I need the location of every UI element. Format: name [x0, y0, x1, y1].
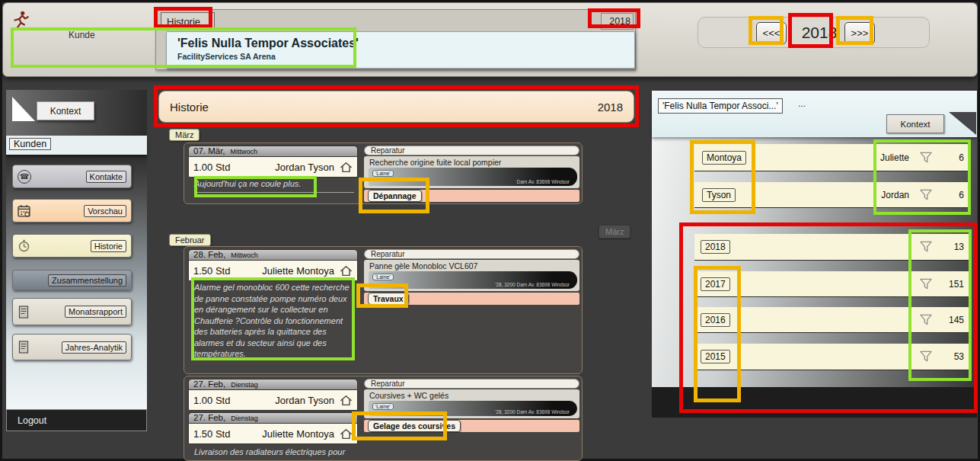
current-year: 2018: [796, 21, 843, 44]
person-label: Juliette Montoya: [262, 428, 334, 440]
person-label: Juliette Montoya: [262, 265, 334, 277]
count-badge: 145: [935, 315, 964, 325]
action-button[interactable]: Gelage des coursives: [368, 420, 461, 432]
corner-triangle-icon[interactable]: [12, 97, 35, 121]
count-badge: 6: [935, 152, 964, 163]
entry-address: '28, 3200 Dam Av. 83698 Windsor: [495, 409, 570, 415]
entry-description: Panne gèle Monobloc VCL607: [364, 260, 579, 271]
action-row: Dépannage: [364, 190, 579, 202]
entry-date-header: 27. Feb, Dienstag: [188, 412, 358, 423]
home-icon: [340, 265, 353, 277]
panel-kontext-button[interactable]: Kontext: [886, 114, 944, 133]
person-label: Jordan Tyson: [275, 395, 334, 406]
report-icon: [18, 340, 30, 354]
calendar-icon: [18, 204, 31, 217]
entry-description: Coursives + WC gelés: [364, 389, 579, 400]
lastname-label[interactable]: Tyson: [702, 188, 736, 202]
filter-row-2018[interactable]: 2018 13: [694, 234, 969, 261]
category-pill: Reparatur: [364, 146, 579, 155]
sidebar-item-monatsrapport[interactable]: Monatsrapport: [12, 298, 132, 325]
history-entry: 07. Mär, Mittwoch 1.00 Std Jordan Tyson …: [184, 142, 583, 204]
action-button[interactable]: Travaux: [368, 293, 409, 305]
entry-date: 27. Feb,: [193, 379, 225, 389]
history-entry: 27. Feb, Dienstag 1.00 Std Jordan Tyson …: [184, 376, 583, 461]
phone-icon: ☎: [18, 170, 31, 184]
sidebar-header: Kontext: [6, 90, 147, 136]
sidebar-item-label: Vorschau: [84, 205, 126, 217]
year-label[interactable]: 2016: [701, 313, 730, 327]
app-window: Kunde Historie 2018 'Felis Nulla Tempor …: [0, 0, 980, 461]
corner-fold-icon[interactable]: [949, 112, 976, 135]
tab-historie[interactable]: Historie: [161, 12, 215, 30]
sidebar-item-vorschau[interactable]: Vorschau: [12, 199, 132, 222]
entry-description-box: Coursives + WC gelés 'Laine' '28, 3200 D…: [364, 389, 579, 418]
top-year-label: 2018: [601, 13, 634, 30]
kunden-section-label: Kunden: [9, 138, 51, 150]
entry-description-box: Recherche origine fuite local pompier 'L…: [364, 156, 579, 188]
prev-year-button[interactable]: <<<: [756, 22, 787, 44]
year-label[interactable]: 2017: [701, 277, 730, 291]
disabled-month-button[interactable]: März: [599, 225, 630, 239]
selected-customer[interactable]: 'Felis Nulla Tempor Associates' Facility…: [166, 31, 635, 69]
filter-panel: 'Felis Nulla Tempor Associ...' ... Konte…: [652, 91, 977, 418]
entry-body: 1.00 Std Jordan Tyson: [188, 389, 358, 411]
entry-address-box: 'Laine' Dam Av. 83698 Windsor: [369, 168, 577, 186]
entry-date-header: 28. Feb, Mittwoch: [188, 249, 358, 260]
panel-bottom-band: [652, 387, 977, 418]
filter-row-tyson[interactable]: Tyson Jordan 6: [694, 182, 969, 208]
report-icon: [18, 305, 30, 319]
filter-row-2016[interactable]: 2016 145: [694, 307, 969, 333]
filter-row-2017[interactable]: 2017 151: [694, 271, 969, 297]
sidebar-item-zusammenstellung[interactable]: Zusammenstellung: [12, 270, 132, 290]
action-row: Gelage des coursives: [364, 420, 579, 432]
month-tab-februar[interactable]: Februar: [169, 234, 211, 246]
home-icon: [340, 395, 353, 406]
filter-funnel-icon[interactable]: [918, 351, 934, 363]
entry-note: Aujourd'hui ça ne coule plus.: [194, 178, 354, 193]
filter-panel-header: 'Felis Nulla Tempor Associ...' ... Konte…: [652, 91, 977, 137]
sidebar-item-historie[interactable]: Historie: [12, 234, 132, 258]
firstname-label: Juliette: [880, 152, 909, 163]
month-tab-maerz[interactable]: März: [169, 129, 200, 141]
runner-icon: [11, 10, 30, 30]
sidebar-item-kontakte[interactable]: ☎ Kontakte: [12, 165, 132, 188]
home-icon: [340, 162, 353, 173]
entry-date: 27. Feb,: [193, 413, 225, 423]
ellipsis-label: ...: [798, 98, 806, 109]
sidebar-section: Kunden: [6, 136, 147, 155]
year-label[interactable]: 2015: [701, 350, 730, 363]
laine-chip: 'Laine': [372, 403, 394, 410]
filter-funnel-icon[interactable]: [918, 313, 934, 326]
entry-description: Recherche origine fuite local pompier: [364, 156, 579, 167]
customer-subtitle: FacilityServices SA Arena: [177, 52, 634, 61]
filter-funnel-icon[interactable]: [918, 151, 934, 164]
clock-icon: [18, 239, 30, 252]
next-year-button[interactable]: >>>: [844, 22, 875, 44]
entry-address: Dam Av. 83698 Windsor: [517, 179, 570, 184]
lastname-label[interactable]: Montoya: [702, 151, 746, 165]
action-row: Travaux: [364, 293, 579, 305]
page-year: 2018: [598, 101, 623, 114]
hours-label: 1.50 Std: [193, 265, 230, 277]
sidebar-item-jahres-analytik[interactable]: Jahres-Analytik: [12, 334, 132, 360]
filter-funnel-icon[interactable]: [918, 277, 934, 290]
entry-date: 28. Feb,: [193, 250, 225, 260]
count-badge: 13: [935, 242, 964, 252]
customer-short-label: 'Felis Nulla Tempor Associ...': [658, 98, 783, 114]
year-navigation: <<< 2018 >>>: [697, 17, 930, 48]
year-label[interactable]: 2018: [701, 240, 730, 254]
firstname-label: Jordan: [881, 190, 909, 200]
sidebar-item-label: Kontakte: [86, 171, 126, 183]
action-button[interactable]: Dépannage: [368, 190, 422, 202]
history-title-bar: Historie 2018: [158, 91, 634, 123]
filter-funnel-icon[interactable]: [918, 188, 934, 201]
customer-name: 'Felis Nulla Tempor Associates': [177, 37, 634, 50]
laine-chip: 'Laine': [372, 274, 394, 280]
entry-date-header: 27. Feb, Dienstag: [188, 379, 358, 389]
sidebar-kontext-button[interactable]: Kontext: [37, 101, 94, 120]
entry-note: Livraison des radiateurs électriques pou…: [194, 447, 355, 460]
filter-funnel-icon[interactable]: [918, 241, 934, 254]
logout-button[interactable]: Logout: [6, 409, 147, 431]
filter-row-montoya[interactable]: Montoya Juliette 6: [694, 144, 969, 171]
filter-row-2015[interactable]: 2015 53: [694, 344, 969, 370]
